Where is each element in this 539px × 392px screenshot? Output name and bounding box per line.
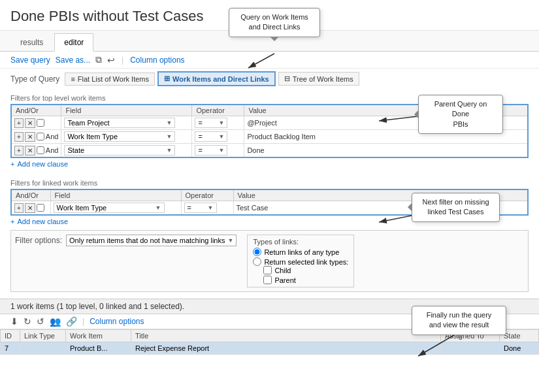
- delete-row-btn[interactable]: ✕: [25, 132, 35, 142]
- delete-row-btn[interactable]: ✕: [25, 203, 35, 213]
- add-clause-icon: +: [10, 218, 14, 225]
- radio-selected-type: Return selected link types:: [253, 257, 348, 266]
- operator-cell: =▼: [192, 130, 244, 144]
- filter-options-container: Filter options: Only return items that d…: [10, 230, 529, 292]
- editor-toolbar: Save query Save as... ⧉ ↩ | Column optio…: [0, 52, 539, 69]
- column-options-link[interactable]: Column options: [130, 56, 184, 65]
- query-type-row: Type of Query ≡ Flat List of Work Items …: [0, 69, 539, 89]
- callout-query: Query on Work Items and Direct Links: [229, 8, 320, 37]
- linked-filters-label: Filters for linked work items: [10, 179, 529, 187]
- users-icon[interactable]: 👥: [50, 316, 61, 327]
- direct-links-icon: ⊞: [164, 74, 170, 83]
- result-workitem-cell: Product B...: [66, 342, 131, 355]
- add-row-btn[interactable]: +: [14, 118, 24, 128]
- operator-cell: =▼: [192, 144, 244, 158]
- filter-options-left: Filter options: Only return items that d…: [15, 235, 237, 246]
- column-options-result-link[interactable]: Column options: [90, 317, 144, 326]
- field-cell: State▼: [61, 144, 192, 158]
- add-row-btn[interactable]: +: [14, 146, 24, 155]
- operator-cell: =▼: [192, 116, 244, 130]
- query-type-label: Type of Query: [10, 74, 59, 84]
- main-page: Done PBIs without Test Cases results edi…: [0, 0, 539, 392]
- result-assignedto-cell: [441, 342, 500, 355]
- link-icon[interactable]: 🔗: [66, 316, 77, 327]
- tab-editor[interactable]: editor: [54, 33, 93, 52]
- value-cell: Done: [244, 144, 528, 158]
- field-dropdown[interactable]: State▼: [64, 145, 175, 155]
- link-types-box: Types of links: Return links of any type…: [247, 235, 354, 287]
- operator-dropdown[interactable]: =▼: [184, 203, 217, 213]
- radio-any-type: Return links of any type: [253, 248, 348, 256]
- checkbox-child: Child: [263, 266, 348, 274]
- add-clause-icon: +: [10, 160, 14, 168]
- filter-options-label: Filter options:: [15, 236, 62, 245]
- field-cell: Team Project▼: [61, 116, 192, 130]
- row-controls-cell: + ✕: [11, 201, 50, 216]
- th-operator-top: Operator: [192, 105, 244, 116]
- copy-icon[interactable]: ⧉: [95, 54, 102, 65]
- tab-results[interactable]: results: [10, 33, 53, 51]
- result-summary-text: 1 work items (1 top level, 0 linked and …: [10, 302, 184, 311]
- row-checkbox[interactable]: [37, 204, 44, 212]
- th-operator-linked: Operator: [181, 189, 233, 201]
- operator-dropdown[interactable]: =▼: [195, 145, 227, 155]
- th-title[interactable]: Title: [131, 330, 441, 342]
- th-andor-linked: And/Or: [11, 189, 50, 201]
- row-controls-cell: + ✕: [11, 116, 61, 130]
- th-link-type[interactable]: Link Type: [20, 330, 66, 342]
- th-id[interactable]: ID: [1, 330, 20, 342]
- row-checkbox[interactable]: [37, 146, 44, 154]
- save-query-link[interactable]: Save query: [10, 56, 50, 65]
- checkbox-items: Child Parent: [263, 266, 348, 284]
- query-type-tree[interactable]: ⊟ Tree of Work Items: [278, 72, 359, 86]
- field-dropdown[interactable]: Work Item Type▼: [64, 131, 175, 142]
- result-id-cell: 7: [1, 342, 20, 355]
- row-controls-cell: + ✕ And: [11, 130, 61, 144]
- th-work-item[interactable]: Work Item: [66, 330, 131, 342]
- field-dropdown[interactable]: Work Item Type▼: [54, 203, 165, 213]
- link-types-label: Types of links:: [253, 238, 348, 246]
- delete-row-btn[interactable]: ✕: [25, 118, 35, 128]
- flat-list-icon: ≡: [71, 75, 74, 83]
- operator-dropdown[interactable]: =▼: [195, 131, 227, 142]
- refresh-icon[interactable]: ↻: [24, 316, 31, 327]
- linked-filters-section: Filters for linked work items And/Or Fie…: [0, 174, 539, 295]
- delete-row-btn[interactable]: ✕: [25, 146, 35, 155]
- add-clause-top[interactable]: + Add new clause: [10, 158, 529, 170]
- query-type-direct[interactable]: ⊞ Work Items and Direct Links: [157, 71, 276, 86]
- tree-icon: ⊟: [284, 74, 290, 83]
- callout-linked: Next filter on missing linked Test Cases: [412, 193, 500, 222]
- th-field-linked: Field: [50, 189, 181, 201]
- row-checkbox[interactable]: [37, 119, 44, 127]
- field-cell: Work Item Type▼: [61, 130, 192, 144]
- field-cell: Work Item Type▼: [50, 201, 181, 216]
- field-dropdown[interactable]: Team Project▼: [64, 118, 175, 128]
- radio-group: Return links of any type Return selected…: [253, 248, 348, 266]
- row-controls-cell: + ✕ And: [11, 144, 61, 158]
- operator-cell: =▼: [181, 201, 233, 216]
- undo-icon[interactable]: ↩: [107, 55, 115, 65]
- add-row-btn[interactable]: +: [14, 203, 24, 213]
- download-icon[interactable]: ⬇: [10, 316, 18, 327]
- query-type-flat[interactable]: ≡ Flat List of Work Items: [65, 73, 155, 86]
- result-title-cell: Reject Expense Report: [131, 342, 441, 355]
- save-as-link[interactable]: Save as...: [56, 56, 90, 65]
- back-icon[interactable]: ↺: [37, 316, 44, 327]
- operator-dropdown[interactable]: =▼: [195, 118, 227, 128]
- result-linktype-cell: [20, 342, 66, 355]
- table-row: + ✕ And State▼ =▼: [11, 144, 528, 158]
- callout-parent: Parent Query on Done PBIs: [418, 95, 503, 134]
- radio-selected-type-input[interactable]: [253, 257, 261, 266]
- checkbox-parent-input[interactable]: [263, 276, 272, 284]
- add-row-btn[interactable]: +: [14, 132, 24, 142]
- th-andor-top: And/Or: [11, 105, 61, 116]
- table-row[interactable]: 7 Product B... Reject Expense Report Don…: [1, 342, 539, 355]
- row-checkbox[interactable]: [37, 133, 44, 140]
- checkbox-child-input[interactable]: [263, 266, 272, 274]
- checkbox-parent: Parent: [263, 276, 348, 284]
- filter-options-select[interactable]: Only return items that do not have match…: [66, 235, 237, 246]
- th-field-top: Field: [61, 105, 192, 116]
- radio-any-type-input[interactable]: [253, 248, 261, 256]
- result-state-cell: Done: [500, 342, 539, 355]
- callout-result: Finally run the query and view the resul…: [412, 306, 506, 335]
